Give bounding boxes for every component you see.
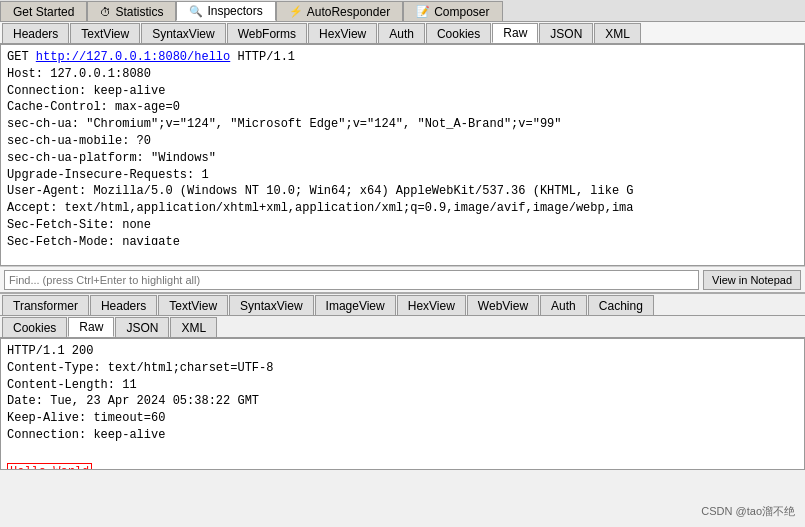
autoresponder-label: AutoResponder [307, 5, 390, 19]
req-tab-hexview[interactable]: HexView [308, 23, 377, 43]
tab-inspectors[interactable]: 🔍 Inspectors [176, 1, 275, 21]
response-section: Transformer Headers TextView SyntaxView … [0, 292, 805, 470]
req-tab-webforms[interactable]: WebForms [227, 23, 307, 43]
resp-tab-caching[interactable]: Caching [588, 295, 654, 315]
req-tab-auth[interactable]: Auth [378, 23, 425, 43]
request-sub-tabs: Headers TextView SyntaxView WebForms Hex… [0, 22, 805, 44]
resp2-tab-raw[interactable]: Raw [68, 317, 114, 337]
resp2-tab-cookies[interactable]: Cookies [2, 317, 67, 337]
inspectors-label: Inspectors [207, 4, 262, 18]
response-content-panel: HTTP/1.1 200 Content-Type: text/html;cha… [0, 338, 805, 470]
resp-tab-textview[interactable]: TextView [158, 295, 228, 315]
resp-tab-transformer[interactable]: Transformer [2, 295, 89, 315]
resp2-tab-xml[interactable]: XML [170, 317, 217, 337]
tab-autoresponder[interactable]: ⚡ AutoResponder [276, 1, 403, 21]
resp2-tab-json[interactable]: JSON [115, 317, 169, 337]
statistics-label: Statistics [115, 5, 163, 19]
resp-tab-headers[interactable]: Headers [90, 295, 157, 315]
view-in-notepad-button[interactable]: View in Notepad [703, 270, 801, 290]
resp-tab-webview[interactable]: WebView [467, 295, 539, 315]
find-bar: View in Notepad [0, 266, 805, 292]
resp-tab-auth[interactable]: Auth [540, 295, 587, 315]
watermark: CSDN @tao溜不绝 [701, 504, 795, 519]
req-tab-raw[interactable]: Raw [492, 23, 538, 43]
composer-label: Composer [434, 5, 489, 19]
resp-tab-syntaxview[interactable]: SyntaxView [229, 295, 313, 315]
response-content[interactable]: HTTP/1.1 200 Content-Type: text/html;cha… [1, 339, 804, 469]
request-content[interactable]: GET http://127.0.0.1:8080/hello HTTP/1.1… [1, 45, 804, 245]
req-tab-json[interactable]: JSON [539, 23, 593, 43]
response-sub-tabs-row1: Transformer Headers TextView SyntaxView … [0, 294, 805, 316]
resp-tab-imageview[interactable]: ImageView [315, 295, 396, 315]
req-tab-syntaxview[interactable]: SyntaxView [141, 23, 225, 43]
request-panel: GET http://127.0.0.1:8080/hello HTTP/1.1… [0, 44, 805, 266]
get-started-label: Get Started [13, 5, 74, 19]
autoresponder-icon: ⚡ [289, 5, 303, 18]
req-tab-headers[interactable]: Headers [2, 23, 69, 43]
response-body: Hello World [7, 463, 92, 469]
tab-statistics[interactable]: ⏱ Statistics [87, 1, 176, 21]
tab-composer[interactable]: 📝 Composer [403, 1, 502, 21]
find-input[interactable] [4, 270, 699, 290]
tab-get-started[interactable]: Get Started [0, 1, 87, 21]
composer-icon: 📝 [416, 5, 430, 18]
req-tab-textview[interactable]: TextView [70, 23, 140, 43]
top-nav-bar: Get Started ⏱ Statistics 🔍 Inspectors ⚡ … [0, 0, 805, 22]
resp-tab-hexview[interactable]: HexView [397, 295, 466, 315]
request-url[interactable]: http://127.0.0.1:8080/hello [36, 50, 230, 64]
response-sub-tabs-row2: Cookies Raw JSON XML [0, 316, 805, 338]
req-tab-xml[interactable]: XML [594, 23, 641, 43]
statistics-icon: ⏱ [100, 6, 111, 18]
inspectors-icon: 🔍 [189, 5, 203, 18]
req-tab-cookies[interactable]: Cookies [426, 23, 491, 43]
